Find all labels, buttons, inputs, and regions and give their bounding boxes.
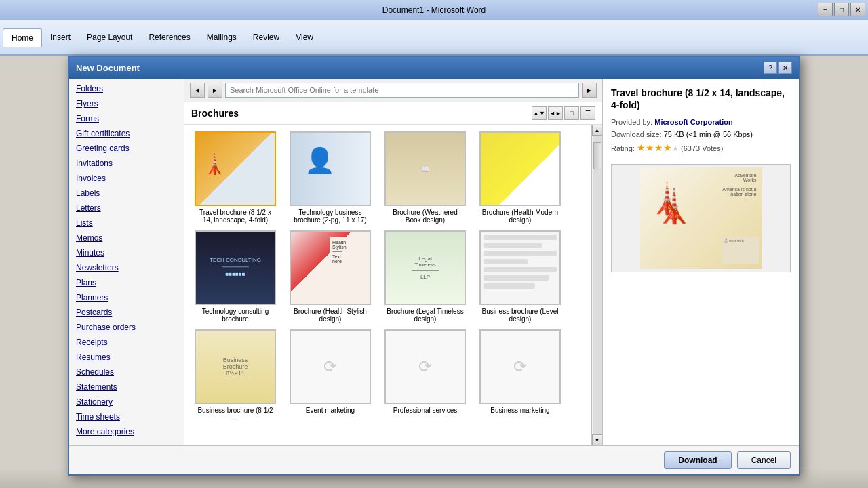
sidebar-item-postcards[interactable]: Postcards bbox=[69, 305, 184, 320]
dialog-help-btn[interactable]: ? bbox=[764, 62, 777, 74]
sidebar-item-forms[interactable]: Forms bbox=[69, 111, 184, 126]
preview-text: AdventureWorksAmerica is not anation alo… bbox=[709, 173, 757, 197]
template-biz-half-label: Business brochure (8 1/2 ... bbox=[195, 407, 276, 422]
rp-provided-by-value: Microsoft Corporation bbox=[654, 118, 733, 126]
sidebar-item-lists[interactable]: Lists bbox=[69, 216, 184, 230]
sidebar-item-minutes[interactable]: Minutes bbox=[69, 245, 184, 260]
sidebar-item-invoices[interactable]: Invoices bbox=[69, 171, 184, 186]
template-event-marketing-thumb[interactable]: ⟳ bbox=[290, 329, 371, 404]
template-tech-consult[interactable]: TECH CONSULTING═══════■■■■■■ Technology … bbox=[191, 230, 279, 323]
search-back-btn[interactable]: ◄ bbox=[190, 83, 205, 98]
template-tech-consult-thumb[interactable]: TECH CONSULTING═══════■■■■■■ bbox=[195, 230, 276, 305]
template-business-marketing[interactable]: ⟳ Business marketing bbox=[476, 329, 564, 422]
template-business-marketing-thumb[interactable]: ⟳ bbox=[479, 329, 561, 404]
template-business-level-thumb[interactable] bbox=[479, 230, 561, 305]
template-tech-biz[interactable]: Technology business brochure (2-pg, 11 x… bbox=[286, 131, 374, 224]
template-tech-consult-label: Technology consulting brochure bbox=[195, 308, 276, 323]
template-health-stylish-thumb[interactable]: HealthStylish───Texthere bbox=[290, 230, 371, 305]
rp-votes: (6373 Votes) bbox=[681, 144, 723, 152]
sidebar-item-invitations[interactable]: Invitations bbox=[69, 156, 184, 171]
sidebar-item-memos[interactable]: Memos bbox=[69, 230, 184, 245]
rp-title: Travel brochure (8 1/2 x 14, landscape, … bbox=[611, 87, 791, 111]
maximize-btn[interactable]: □ bbox=[834, 3, 849, 16]
template-legal-thumb[interactable]: LegalTimeless───────LLP bbox=[384, 230, 466, 305]
scroll-thumb[interactable] bbox=[593, 142, 601, 169]
sidebar-item-labels[interactable]: Labels bbox=[69, 186, 184, 201]
sidebar-item-greeting-cards[interactable]: Greeting cards bbox=[69, 141, 184, 156]
cancel-button[interactable]: Cancel bbox=[737, 451, 791, 469]
tab-mailings[interactable]: Mailings bbox=[199, 28, 245, 46]
template-biz-half[interactable]: BusinessBrochure8½×11 Business brochure … bbox=[191, 329, 279, 422]
rp-rating: Rating: ★★★★★ (6373 Votes) bbox=[611, 142, 791, 153]
view-btn3[interactable]: ☰ bbox=[580, 106, 595, 120]
dialog-close-btn[interactable]: ✕ bbox=[778, 62, 792, 74]
template-business-level-label: Business brochure (Level design) bbox=[479, 308, 561, 323]
tab-view[interactable]: View bbox=[288, 28, 321, 46]
sidebar-item-purchase-orders[interactable]: Purchase orders bbox=[69, 320, 184, 335]
view-btn2[interactable]: □ bbox=[564, 106, 579, 120]
sidebar-item-schedules[interactable]: Schedules bbox=[69, 365, 184, 380]
sidebar-item-letters[interactable]: Letters bbox=[69, 201, 184, 216]
scroll-up-btn[interactable]: ▲ bbox=[592, 125, 603, 136]
rp-preview: AdventureWorksAmerica is not anation alo… bbox=[611, 164, 791, 272]
sidebar-item-time-sheets[interactable]: Time sheets bbox=[69, 409, 184, 424]
sidebar-item-folders[interactable]: Folders bbox=[69, 81, 184, 96]
template-health-stylish[interactable]: HealthStylish───Texthere Brochure (Healt… bbox=[286, 230, 374, 323]
minimize-btn[interactable]: − bbox=[818, 3, 833, 16]
template-weathered-thumb[interactable]: 📖 bbox=[384, 131, 466, 206]
template-travel[interactable]: Travel brochure (8 1/2 x 14, landscape, … bbox=[191, 131, 279, 224]
template-biz-half-thumb[interactable]: BusinessBrochure8½×11 bbox=[195, 329, 276, 404]
tab-references[interactable]: References bbox=[140, 28, 198, 46]
rp-star-empty: ★ bbox=[672, 144, 679, 152]
template-professional-services-thumb[interactable]: ⟳ bbox=[384, 329, 466, 404]
close-btn[interactable]: ✕ bbox=[850, 3, 865, 16]
view-btn1[interactable]: ◄► bbox=[548, 106, 563, 120]
tab-review[interactable]: Review bbox=[245, 28, 288, 46]
sidebar-item-plans[interactable]: Plans bbox=[69, 275, 184, 290]
sidebar-item-more-categories[interactable]: More categories bbox=[69, 424, 184, 439]
header-controls: ▲▼ ◄► □ ☰ bbox=[532, 106, 595, 120]
sidebar-item-receipts[interactable]: Receipts bbox=[69, 335, 184, 350]
template-event-marketing[interactable]: ⟳ Event marketing bbox=[286, 329, 374, 422]
templates-scrollbar: ▲ ▼ bbox=[591, 125, 602, 445]
template-health-modern[interactable]: Brochure (Health Modern design) bbox=[476, 131, 564, 224]
sidebar-item-gift-certificates[interactable]: Gift certificates bbox=[69, 126, 184, 141]
tab-page-layout[interactable]: Page Layout bbox=[79, 28, 140, 46]
search-go-btn[interactable]: ► bbox=[582, 83, 597, 98]
dialog-body: Folders Flyers Forms Gift certificates G… bbox=[69, 79, 799, 445]
sidebar-item-resumes[interactable]: Resumes bbox=[69, 350, 184, 365]
sidebar-item-statements[interactable]: Statements bbox=[69, 380, 184, 394]
tab-home[interactable]: Home bbox=[3, 28, 42, 47]
right-panel: Travel brochure (8 1/2 x 14, landscape, … bbox=[602, 79, 799, 445]
search-forward-btn[interactable]: ► bbox=[208, 83, 222, 98]
templates-row-2: TECH CONSULTING═══════■■■■■■ Technology … bbox=[191, 230, 585, 323]
download-button[interactable]: Download bbox=[664, 451, 731, 469]
template-professional-services[interactable]: ⟳ Professional services bbox=[381, 329, 469, 422]
template-travel-thumb[interactable] bbox=[195, 131, 276, 206]
rp-download-size-label: Download size: bbox=[611, 130, 662, 138]
sidebar-item-newsletters[interactable]: Newsletters bbox=[69, 260, 184, 275]
search-bar: ◄ ► ► bbox=[184, 79, 602, 102]
dialog-titlebar: New Document ? ✕ bbox=[69, 57, 799, 79]
template-business-level[interactable]: Business brochure (Level design) bbox=[476, 230, 564, 323]
template-weathered-label: Brochure (Weathered Book design) bbox=[384, 209, 466, 224]
template-legal[interactable]: LegalTimeless───────LLP Brochure (Legal … bbox=[381, 230, 469, 323]
template-tech-biz-thumb[interactable] bbox=[290, 131, 371, 206]
template-tech-biz-label: Technology business brochure (2-pg, 11 x… bbox=[290, 209, 371, 224]
sidebar-item-stationery[interactable]: Stationery bbox=[69, 394, 184, 409]
sidebar-item-planners[interactable]: Planners bbox=[69, 290, 184, 305]
template-business-marketing-label: Business marketing bbox=[479, 407, 561, 414]
scroll-track[interactable] bbox=[593, 136, 602, 434]
template-weathered[interactable]: 📖 Brochure (Weathered Book design) bbox=[381, 131, 469, 224]
template-event-marketing-label: Event marketing bbox=[290, 407, 371, 414]
sort-btn[interactable]: ▲▼ bbox=[532, 106, 547, 120]
word-titlebar: Document1 - Microsoft Word − □ ✕ bbox=[0, 0, 868, 20]
templates-grid: Travel brochure (8 1/2 x 14, landscape, … bbox=[184, 125, 591, 445]
scroll-down-btn[interactable]: ▼ bbox=[592, 434, 603, 445]
sidebar-item-flyers[interactable]: Flyers bbox=[69, 96, 184, 111]
tab-insert[interactable]: Insert bbox=[42, 28, 79, 46]
rp-rating-label: Rating: bbox=[611, 144, 635, 152]
templates-row-1: Travel brochure (8 1/2 x 14, landscape, … bbox=[191, 131, 585, 224]
template-health-modern-thumb[interactable] bbox=[479, 131, 561, 206]
search-input[interactable] bbox=[225, 83, 579, 98]
